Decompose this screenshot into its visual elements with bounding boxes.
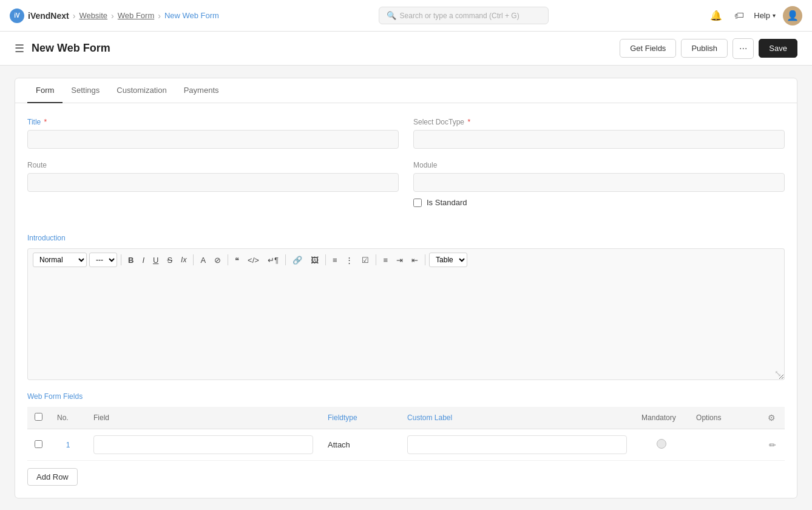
notifications-button[interactable]: 🔔 xyxy=(708,7,725,24)
route-input[interactable] xyxy=(27,173,399,192)
table-header-row: No. Field Fieldtype Custom Label Mandato xyxy=(27,407,785,429)
tab-customization[interactable]: Customization xyxy=(108,78,175,103)
top-nav-right: 🔔 🏷 Help ▾ 👤 xyxy=(708,6,802,25)
row-field-cell xyxy=(86,429,320,461)
web-form-fields-title: Web Form Fields xyxy=(27,392,785,401)
heading-select[interactable]: Normal Heading 1 Heading 2 Heading 3 xyxy=(33,253,87,267)
row-1-custom-label-input[interactable] xyxy=(407,435,627,454)
row-no-cell: 1 xyxy=(50,429,86,461)
editor-area[interactable]: ⤡ xyxy=(27,271,785,380)
main-card: Form Settings Customization Payments Tit… xyxy=(15,78,797,498)
link-button[interactable]: 🔗 xyxy=(289,254,305,267)
tags-button[interactable]: 🏷 xyxy=(732,8,746,24)
toolbar-divider-3 xyxy=(228,254,228,265)
bold-button[interactable]: B xyxy=(125,254,137,267)
row-1-checkbox[interactable] xyxy=(35,440,42,448)
row-options-cell xyxy=(689,429,760,461)
highlight-button[interactable]: ⊘ xyxy=(211,254,224,267)
brand-name: iVendNext xyxy=(28,11,69,21)
more-options-button[interactable]: ··· xyxy=(732,38,754,59)
indent-button[interactable]: ⇥ xyxy=(393,254,406,267)
th-field: Field xyxy=(86,407,320,429)
breadcrumb-website[interactable]: Website xyxy=(79,11,107,20)
strikethrough-button[interactable]: S xyxy=(164,254,175,267)
editor-toolbar: Normal Heading 1 Heading 2 Heading 3 ---… xyxy=(27,248,785,271)
select-doctype-label: Select DocType * xyxy=(413,118,785,126)
add-row-button[interactable]: Add Row xyxy=(27,468,78,486)
align-button[interactable]: ≡ xyxy=(380,254,391,267)
breadcrumb-sep-3: › xyxy=(158,11,161,21)
row-1-mandatory-toggle[interactable] xyxy=(657,439,666,449)
module-group: Module Is Standard xyxy=(413,161,785,207)
row-fieldtype-cell: Attach xyxy=(320,429,400,461)
title-input[interactable] xyxy=(27,130,399,149)
row-mandatory-cell xyxy=(634,429,689,461)
row-checkbox-cell xyxy=(27,429,50,461)
th-options: Options xyxy=(689,407,760,429)
breadcrumb-sep-2: › xyxy=(111,11,114,21)
avatar: 👤 xyxy=(783,6,802,25)
get-fields-button[interactable]: Get Fields xyxy=(620,39,676,58)
tag-icon: 🏷 xyxy=(734,10,744,21)
top-nav-left: iV iVendNext › Website › Web Form › New … xyxy=(10,8,219,23)
tabs: Form Settings Customization Payments xyxy=(15,78,797,103)
introduction-section: Introduction Normal Heading 1 Heading 2 … xyxy=(15,234,797,392)
row-1-field-input[interactable] xyxy=(93,435,313,454)
image-button[interactable]: 🖼 xyxy=(308,254,322,267)
help-button[interactable]: Help ▾ xyxy=(754,11,776,20)
title-required: * xyxy=(44,118,47,126)
tab-payments[interactable]: Payments xyxy=(175,78,228,103)
select-doctype-group: Select DocType * xyxy=(413,118,785,149)
search-bar[interactable]: 🔍 Search or type a command (Ctrl + G) xyxy=(379,7,549,24)
breadcrumb-sep-1: › xyxy=(73,11,76,21)
table-row: 1 Attach xyxy=(27,429,785,461)
table-settings-button[interactable]: ⚙ xyxy=(768,413,776,423)
is-standard-row: Is Standard xyxy=(413,198,785,207)
is-standard-checkbox[interactable] xyxy=(413,199,422,207)
breadcrumb-new-webform: New Web Form xyxy=(164,11,219,20)
tab-settings[interactable]: Settings xyxy=(63,78,108,103)
clear-format-button[interactable]: Ix xyxy=(178,254,189,266)
route-label: Route xyxy=(27,161,399,169)
th-no: No. xyxy=(50,407,86,429)
blockquote-button[interactable]: ❝ xyxy=(232,254,242,267)
text-color-button[interactable]: A xyxy=(197,254,209,267)
select-all-checkbox[interactable] xyxy=(35,413,42,421)
code-button[interactable]: </> xyxy=(245,254,262,267)
form-body: Title * Select DocType * Route xyxy=(15,103,797,234)
bell-icon: 🔔 xyxy=(710,10,722,21)
doctype-required: * xyxy=(467,118,470,126)
task-list-button[interactable]: ☑ xyxy=(359,254,372,267)
toolbar-divider-7 xyxy=(425,254,425,265)
underline-button[interactable]: U xyxy=(150,254,161,267)
toolbar-divider-6 xyxy=(376,254,376,265)
select-doctype-input[interactable] xyxy=(413,130,785,149)
separator-select[interactable]: --- xyxy=(89,253,117,267)
sidebar-toggle-button[interactable]: ☰ xyxy=(15,42,24,55)
title-group: Title * xyxy=(27,118,399,149)
page-header: ☰ New Web Form Get Fields Publish ··· Sa… xyxy=(0,32,812,66)
row-1-edit-button[interactable]: ✏ xyxy=(769,440,776,450)
search-icon: 🔍 xyxy=(387,11,396,20)
breadcrumb-webform[interactable]: Web Form xyxy=(118,11,154,20)
save-button[interactable]: Save xyxy=(759,39,797,58)
outdent-button[interactable]: ⇤ xyxy=(408,254,421,267)
hard-break-button[interactable]: ↵¶ xyxy=(265,254,282,267)
module-input[interactable] xyxy=(413,173,785,192)
module-label: Module xyxy=(413,161,785,169)
route-group: Route xyxy=(27,161,399,207)
table-select[interactable]: Table xyxy=(429,253,467,267)
ordered-list-button[interactable]: ≡ xyxy=(330,254,340,267)
row-edit-cell: ✏ xyxy=(760,429,785,461)
page-header-left: ☰ New Web Form xyxy=(15,42,110,55)
th-gear: ⚙ xyxy=(760,407,785,429)
unordered-list-button[interactable]: ⋮ xyxy=(342,254,356,267)
top-nav: iV iVendNext › Website › Web Form › New … xyxy=(0,0,812,32)
search-area: 🔍 Search or type a command (Ctrl + G) xyxy=(219,7,708,24)
tab-form[interactable]: Form xyxy=(27,78,63,103)
is-standard-label: Is Standard xyxy=(427,198,467,207)
th-mandatory: Mandatory xyxy=(634,407,689,429)
publish-button[interactable]: Publish xyxy=(681,39,728,58)
italic-button[interactable]: I xyxy=(139,254,147,267)
row-1-fieldtype: Attach xyxy=(328,440,350,449)
